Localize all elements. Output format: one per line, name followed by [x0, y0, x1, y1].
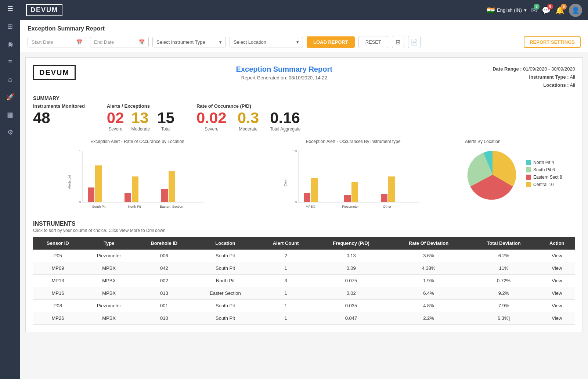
bell-badge: 6 [561, 4, 567, 10]
td-alert-count: 2 [258, 250, 314, 262]
td-action-view[interactable]: View [539, 275, 575, 287]
th-total-deviation: Total Deviation [469, 237, 538, 250]
td-action-view[interactable]: View [539, 312, 575, 325]
bar-mpbx-moderate [311, 178, 318, 202]
legend-south-pit: South Pit 6 [526, 167, 562, 172]
bar-piezo-severe [344, 195, 351, 202]
svg-text:Other: Other [383, 205, 392, 208]
td-action-view[interactable]: View [539, 262, 575, 275]
td-alert-count: 1 [258, 300, 314, 312]
svg-text:Count: Count [284, 178, 287, 187]
td-borehole: 006 [136, 250, 193, 262]
sidebar-item-rocket[interactable]: 🚀 [0, 88, 20, 106]
locations-row: Locations : All [493, 81, 575, 89]
th-type: Type [83, 237, 136, 250]
sidebar-item-palette[interactable]: ◉ [0, 35, 20, 53]
calendar-icon-2: 📅 [139, 39, 145, 45]
pdf-icon: 📄 [411, 39, 418, 46]
alert-severe-label: Severe [107, 126, 124, 132]
td-frequency: 0.09 [314, 262, 388, 275]
chart2-title: Exception Alert - Occurances By instrume… [249, 139, 458, 144]
svg-text:South Pit: South Pit [92, 205, 106, 208]
td-sensor-id: MP09 [33, 262, 83, 275]
td-borehole: 002 [136, 275, 193, 287]
language-selector[interactable]: 🇮🇳 English (IN) ▾ [487, 6, 527, 14]
end-date-placeholder: End Date [94, 39, 114, 45]
mail-button[interactable]: ✉ 8 [531, 6, 537, 15]
excel-icon: ⊞ [396, 39, 400, 46]
start-date-placeholder: Start Date [32, 39, 53, 45]
reset-button[interactable]: RESET [358, 36, 388, 48]
excel-export-button[interactable]: ⊞ [392, 36, 404, 48]
pdf-export-button[interactable]: 📄 [408, 36, 421, 48]
instrument-type-value: All [570, 74, 575, 80]
td-frequency: 0.035 [314, 300, 388, 312]
instrument-type-label: Select Instrument Type [156, 39, 205, 45]
alert-moderate-block: 13 Moderate [131, 110, 150, 132]
location-select[interactable]: Select Location ▾ [230, 37, 303, 47]
sidebar-item-home[interactable]: ⌂ [0, 71, 20, 88]
td-action-view[interactable]: View [539, 287, 575, 300]
legend-label-eastern: Eastern Sect 8 [533, 175, 562, 180]
main-area: Exception Summary Report Start Date 📅 En… [20, 20, 588, 379]
chat-button[interactable]: 💬 9 [542, 6, 551, 15]
svg-text:10: 10 [293, 149, 297, 153]
table-row: MP09 MPBX 042 South Pit 1 0.09 4.38% 11%… [33, 262, 575, 275]
legend-north-pit: North Pit 4 [526, 160, 562, 165]
bar-other-moderate [388, 176, 395, 202]
sidebar-item-grid[interactable]: ⊞ [0, 18, 20, 35]
th-alert-count: Alert Count [258, 237, 314, 250]
th-rate-deviation: Rate Of Deviation [389, 237, 469, 250]
th-borehole-id: Borehole ID [136, 237, 193, 250]
alerts-group: 02 Severe 13 Moderate 15 Total [107, 110, 174, 132]
sidebar: ☰ ⊞ ◉ ≡ ⌂ 🚀 ▦ ⚙ [0, 0, 20, 379]
td-alert-count: 1 [258, 287, 314, 300]
rate-moderate-block: 0.3 Moderate [238, 110, 259, 132]
td-frequency: 0.047 [314, 312, 388, 325]
td-total-deviation: 0.72% [469, 275, 538, 287]
end-date-input[interactable]: End Date 📅 [90, 37, 149, 47]
legend-eastern-sect: Eastern Sect 8 [526, 175, 562, 180]
sidebar-item-gear[interactable]: ⚙ [0, 124, 20, 141]
td-action-view[interactable]: View [539, 300, 575, 312]
bar-northpit-moderate [132, 176, 138, 202]
td-location: Easter Section [193, 287, 258, 300]
load-report-button[interactable]: LOAD REPORT [307, 36, 355, 48]
bell-button[interactable]: 🔔 6 [555, 6, 564, 15]
user-avatar[interactable]: 👤 [569, 4, 582, 17]
locations-label: Locations : [543, 82, 569, 88]
flag-icon: 🇮🇳 [487, 6, 495, 14]
rate-severe-block: 0.02 Severe [196, 110, 227, 132]
table-row: P05 Piezometer 006 South Pit 2 0.13 3.6%… [33, 250, 575, 262]
rate-group: 0.02 Severe 0.3 Moderate 0.16 Total Aggr… [196, 110, 301, 132]
instruments-monitored-value: 48 [33, 110, 85, 126]
legend-label-north: North Pit 4 [533, 160, 554, 165]
td-total-deviation: 7.9% [469, 300, 538, 312]
sidebar-item-chart[interactable]: ▦ [0, 106, 20, 124]
td-type: Piezometer [83, 300, 136, 312]
td-rate-deviation: 4.38% [389, 262, 469, 275]
bar-northpit-severe [125, 193, 131, 202]
report-center: Exception Summary Report Report Generate… [76, 65, 493, 81]
instruments-title: INSTRUMENTS [33, 221, 575, 227]
td-alert-count: 3 [258, 275, 314, 287]
instrument-type-label-meta: Instrument Type : [529, 74, 569, 80]
legend-color-south [526, 167, 531, 172]
td-sensor-id: P08 [33, 300, 83, 312]
td-action-view[interactable]: View [539, 250, 575, 262]
sidebar-item-list[interactable]: ≡ [0, 53, 20, 71]
topnav-right: 🇮🇳 English (IN) ▾ ✉ 8 💬 9 🔔 6 👤 [487, 4, 582, 17]
legend-label-central: Central 10 [533, 182, 553, 187]
rate-severe-value: 0.02 [196, 110, 227, 126]
start-date-input[interactable]: Start Date 📅 [28, 37, 86, 47]
pie-title: Alerts By Location [465, 139, 575, 144]
instrument-type-select[interactable]: Select Instrument Type ▾ [152, 37, 226, 47]
td-frequency: 0.02 [314, 287, 388, 300]
summary-row: Instruments Monitored 48 Alerts / Except… [33, 103, 575, 132]
instruments-monitored-title: Instruments Monitored [33, 103, 85, 109]
report-header-title: Exception Summary Report [28, 25, 581, 32]
td-sensor-id: P05 [33, 250, 83, 262]
report-settings-button[interactable]: REPORT SETTINGS [524, 36, 581, 48]
alert-severe-value: 02 [107, 110, 124, 126]
sidebar-item-menu[interactable]: ☰ [0, 0, 20, 18]
